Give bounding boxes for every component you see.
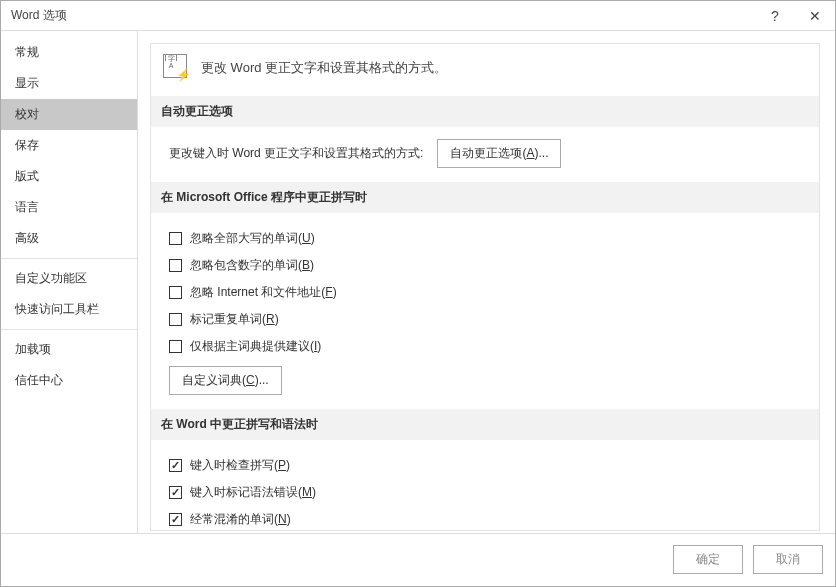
section-autocorrect-header: 自动更正选项 [151, 96, 819, 127]
checkbox-row: 仅根据主词典提供建议(I) [169, 333, 807, 360]
checkbox-row: 经常混淆的单词(N) [169, 506, 807, 531]
checkbox-label: 忽略 Internet 和文件地址(F) [190, 284, 337, 301]
sidebar-item-常规[interactable]: 常规 [1, 37, 137, 68]
main-panel: 字A ⚡ 更改 Word 更正文字和设置其格式的方式。 自动更正选项 更改键入时… [150, 43, 820, 531]
footer: 确定 取消 [1, 533, 835, 585]
section-office-spelling-header: 在 Microsoft Office 程序中更正拼写时 [151, 182, 819, 213]
sidebar-item-保存[interactable]: 保存 [1, 130, 137, 161]
cancel-button[interactable]: 取消 [753, 545, 823, 574]
autocorrect-desc: 更改键入时 Word 更正文字和设置其格式的方式: [169, 145, 423, 162]
custom-dictionaries-button[interactable]: 自定义词典(C)... [169, 366, 282, 395]
close-button[interactable]: ✕ [795, 8, 835, 24]
ok-button[interactable]: 确定 [673, 545, 743, 574]
sidebar-item-显示[interactable]: 显示 [1, 68, 137, 99]
sidebar-item-加载项[interactable]: 加载项 [1, 334, 137, 365]
sidebar-item-自定义功能区[interactable]: 自定义功能区 [1, 263, 137, 294]
checkbox-label: 忽略包含数字的单词(B) [190, 257, 314, 274]
sidebar-item-快速访问工具栏[interactable]: 快速访问工具栏 [1, 294, 137, 325]
sidebar: 常规显示校对保存版式语言高级自定义功能区快速访问工具栏加载项信任中心 [1, 31, 138, 533]
checkbox[interactable] [169, 513, 182, 526]
checkbox-label: 经常混淆的单词(N) [190, 511, 291, 528]
checkbox-label: 仅根据主词典提供建议(I) [190, 338, 321, 355]
checkbox[interactable] [169, 486, 182, 499]
sidebar-item-高级[interactable]: 高级 [1, 223, 137, 254]
checkbox-row: 忽略全部大写的单词(U) [169, 225, 807, 252]
checkbox-label: 键入时标记语法错误(M) [190, 484, 316, 501]
checkbox[interactable] [169, 232, 182, 245]
sidebar-item-信任中心[interactable]: 信任中心 [1, 365, 137, 396]
page-title: 更改 Word 更正文字和设置其格式的方式。 [201, 59, 447, 77]
checkbox-label: 标记重复单词(R) [190, 311, 279, 328]
help-button[interactable]: ? [755, 8, 795, 24]
proofing-icon: 字A ⚡ [163, 54, 191, 82]
checkbox[interactable] [169, 340, 182, 353]
sidebar-item-版式[interactable]: 版式 [1, 161, 137, 192]
checkbox-row: 键入时检查拼写(P) [169, 452, 807, 479]
checkbox-row: 忽略 Internet 和文件地址(F) [169, 279, 807, 306]
section-word-spelling-header: 在 Word 中更正拼写和语法时 [151, 409, 819, 440]
checkbox[interactable] [169, 286, 182, 299]
checkbox-label: 忽略全部大写的单词(U) [190, 230, 315, 247]
checkbox-row: 标记重复单词(R) [169, 306, 807, 333]
window-title: Word 选项 [11, 7, 755, 24]
checkbox-label: 键入时检查拼写(P) [190, 457, 290, 474]
titlebar: Word 选项 ? ✕ [1, 1, 835, 31]
sidebar-item-语言[interactable]: 语言 [1, 192, 137, 223]
page-header: 字A ⚡ 更改 Word 更正文字和设置其格式的方式。 [151, 44, 819, 96]
checkbox[interactable] [169, 459, 182, 472]
autocorrect-options-button[interactable]: 自动更正选项(A)... [437, 139, 561, 168]
checkbox-row: 键入时标记语法错误(M) [169, 479, 807, 506]
checkbox[interactable] [169, 259, 182, 272]
sidebar-item-校对[interactable]: 校对 [1, 99, 137, 130]
checkbox[interactable] [169, 313, 182, 326]
checkbox-row: 忽略包含数字的单词(B) [169, 252, 807, 279]
